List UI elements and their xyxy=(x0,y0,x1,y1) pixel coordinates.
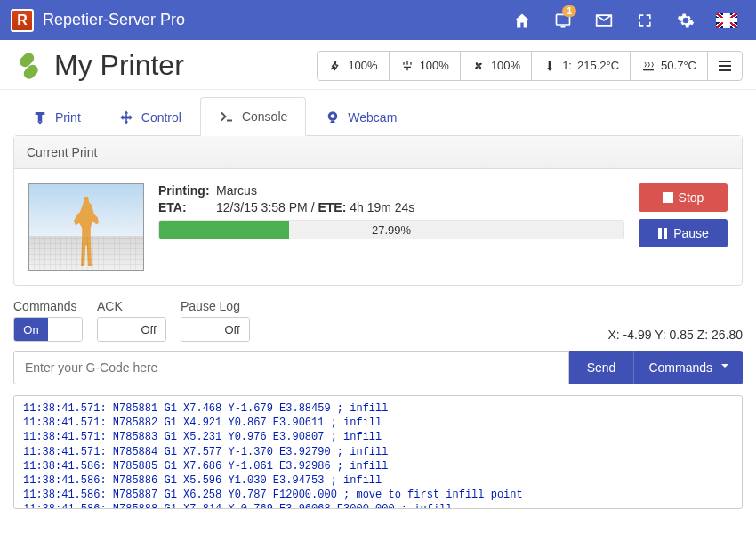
connection-icon xyxy=(13,50,45,82)
commands-dropdown[interactable]: Commands xyxy=(633,351,743,384)
svg-rect-5 xyxy=(38,115,43,122)
extruder-temp[interactable]: 1: 215.2°C xyxy=(532,52,631,80)
job-name: Marcus xyxy=(216,183,257,198)
tab-console[interactable]: Console xyxy=(200,97,306,136)
bed-temp[interactable]: 50.7°C xyxy=(631,52,708,80)
ack-toggle[interactable]: Off xyxy=(97,317,166,342)
commands-toggle[interactable]: On xyxy=(13,317,83,342)
pause-button[interactable]: Pause xyxy=(639,219,728,247)
menu-button[interactable] xyxy=(708,52,742,80)
header-row: My Printer 100% 100% 100% 1: 215.2°C 50.… xyxy=(0,40,756,90)
tab-print[interactable]: Print xyxy=(13,97,100,136)
console-line: 11:38:41.586: N785887 G1 X6.258 Y0.787 F… xyxy=(23,488,733,502)
console-line: 11:38:41.571: N785883 G1 X5.231 Y0.976 E… xyxy=(23,430,733,444)
panel-header: Current Print xyxy=(14,136,742,169)
stop-button[interactable]: Stop xyxy=(639,183,728,212)
console-output[interactable]: 11:38:41.571: N785881 G1 X7.468 Y-1.679 … xyxy=(13,395,743,509)
svg-rect-8 xyxy=(663,192,673,203)
flow-status[interactable]: 100% xyxy=(390,52,461,80)
console-line: 11:38:41.571: N785884 G1 X7.577 Y-1.370 … xyxy=(23,445,733,459)
print-preview xyxy=(28,183,144,271)
ete-label: ETE: xyxy=(318,200,346,214)
svg-rect-2 xyxy=(549,61,551,68)
eta-label: ETA: xyxy=(158,200,216,214)
app-title: Repetier-Server Pro xyxy=(43,11,185,29)
gcode-input-row: Send Commands xyxy=(13,351,743,384)
progress-text: 27.99% xyxy=(159,221,623,239)
console-controls: Commands On ACK Off Pause Log Off X: -4.… xyxy=(0,299,756,351)
mail-icon[interactable] xyxy=(585,0,623,40)
console-line: 11:38:41.586: N785886 G1 X5.596 Y1.030 E… xyxy=(23,473,733,488)
app-logo: R xyxy=(11,9,34,32)
speed-status[interactable]: 100% xyxy=(318,52,389,80)
gcode-input[interactable] xyxy=(13,351,569,384)
printing-label: Printing: xyxy=(158,183,216,198)
console-line: 11:38:41.571: N785882 G1 X4.921 Y0.867 E… xyxy=(23,416,733,430)
home-icon[interactable] xyxy=(503,0,541,40)
tab-webcam[interactable]: Webcam xyxy=(306,97,415,136)
tabs: Print Control Console Webcam xyxy=(0,90,756,136)
gear-icon[interactable] xyxy=(667,0,704,40)
pauselog-toggle[interactable]: Off xyxy=(181,317,250,342)
fan-status[interactable]: 100% xyxy=(461,52,532,80)
svg-rect-9 xyxy=(658,228,662,239)
fullscreen-icon[interactable] xyxy=(626,0,664,40)
tab-control[interactable]: Control xyxy=(100,97,200,136)
current-print-panel: Current Print Printing: Marcus ETA: 12/3… xyxy=(13,135,743,286)
ack-toggle-label: ACK xyxy=(97,299,166,313)
console-line: 11:38:41.586: N785885 G1 X7.686 Y-1.061 … xyxy=(23,459,733,473)
top-icons: 1 xyxy=(503,0,745,40)
topbar: R Repetier-Server Pro 1 xyxy=(0,0,756,40)
progress-bar: 27.99% xyxy=(158,220,624,239)
console-line: 11:38:41.571: N785881 G1 X7.468 Y-1.679 … xyxy=(23,401,733,416)
console-line: 11:38:41.586: N785888 G1 X7.814 Y-0.769 … xyxy=(23,502,733,509)
notification-badge: 1 xyxy=(562,5,576,17)
status-group: 100% 100% 100% 1: 215.2°C 50.7°C xyxy=(317,51,743,81)
printer-name: My Printer xyxy=(54,49,184,82)
eta-value: 12/3/15 3:58 PM / xyxy=(216,200,318,214)
coordinates: X: -4.99 Y: 0.85 Z: 26.80 xyxy=(607,328,743,342)
commands-toggle-label: Commands xyxy=(13,299,83,313)
print-info: Printing: Marcus ETA: 12/3/15 3:58 PM / … xyxy=(158,183,624,239)
send-button[interactable]: Send xyxy=(569,351,634,384)
svg-point-7 xyxy=(331,114,335,118)
svg-rect-4 xyxy=(36,112,45,115)
svg-rect-1 xyxy=(561,25,566,27)
device-icon[interactable]: 1 xyxy=(544,0,582,40)
ete-value: 4h 19m 24s xyxy=(346,200,414,214)
menu-icon xyxy=(719,61,731,71)
pauselog-toggle-label: Pause Log xyxy=(181,299,250,313)
svg-rect-10 xyxy=(664,228,667,239)
svg-rect-3 xyxy=(643,69,654,70)
language-flag[interactable] xyxy=(708,0,745,40)
